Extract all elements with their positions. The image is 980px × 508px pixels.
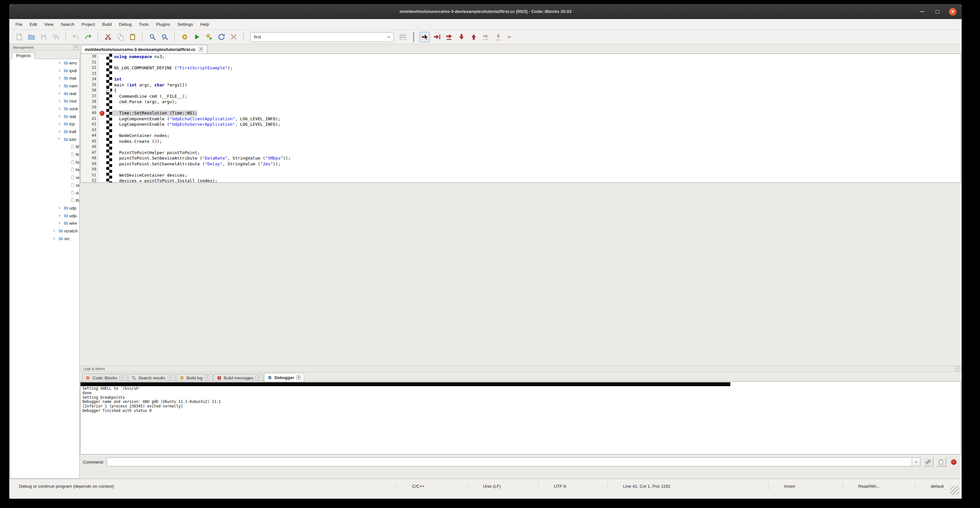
redo-button[interactable] bbox=[83, 32, 93, 42]
copy-button[interactable] bbox=[115, 32, 125, 42]
run-to-cursor-button[interactable] bbox=[432, 32, 442, 42]
code-line[interactable]: 34int bbox=[81, 76, 961, 82]
code-line[interactable]: 38 cmd.Parse (argc, argv); bbox=[81, 99, 961, 105]
tree-item-nam[interactable]: ›nam bbox=[10, 82, 79, 89]
select-target-button[interactable] bbox=[398, 32, 408, 42]
chevron-right-icon[interactable]: › bbox=[59, 113, 60, 119]
close-icon[interactable]: × bbox=[256, 376, 260, 380]
tree-item-src[interactable]: ›src bbox=[10, 235, 79, 242]
log-tab-buildlog[interactable]: Build log× bbox=[176, 374, 213, 382]
chevron-right-icon[interactable]: › bbox=[59, 105, 60, 111]
run-button[interactable] bbox=[192, 32, 202, 42]
chevron-right-icon[interactable]: › bbox=[59, 128, 60, 134]
tree-item-real[interactable]: ›real bbox=[10, 89, 79, 97]
chevron-right-icon[interactable]: › bbox=[59, 220, 60, 225]
chevron-right-icon[interactable]: › bbox=[59, 212, 60, 218]
code-line[interactable]: 50 bbox=[81, 167, 961, 172]
editor-tab[interactable]: mnt/dev/tools/source/ns-3-dev/examples/t… bbox=[81, 45, 207, 54]
build-and-run-button[interactable] bbox=[204, 32, 214, 42]
log-tab-messages[interactable]: Build messages× bbox=[213, 374, 264, 382]
tree-item-udp-[interactable]: ›udp- bbox=[10, 212, 79, 220]
command-input[interactable] bbox=[107, 457, 912, 467]
log-tab-search[interactable]: Search results× bbox=[128, 374, 175, 382]
logs-caption[interactable]: Logs & others × bbox=[80, 366, 961, 372]
menu-item-plugins[interactable]: Plugins bbox=[153, 19, 173, 30]
code-line[interactable]: 39 bbox=[81, 105, 961, 111]
menu-item-settings[interactable]: Settings bbox=[174, 19, 197, 30]
code-line[interactable]: 45 nodes.Create (2); bbox=[81, 139, 961, 144]
chevron-right-icon[interactable]: › bbox=[54, 228, 55, 233]
tree-item-stat[interactable]: ›stat bbox=[10, 113, 79, 120]
code-line[interactable]: 44 NodeContainer nodes; bbox=[81, 133, 961, 139]
save-all-button[interactable] bbox=[51, 32, 61, 42]
code-line[interactable]: 31 bbox=[81, 60, 961, 65]
log-tab-codeblocks[interactable]: Code::Blocks× bbox=[82, 374, 127, 382]
code-line[interactable]: 30using namespace ns3; bbox=[81, 54, 961, 60]
chevron-right-icon[interactable]: › bbox=[59, 60, 60, 65]
chevron-right-icon[interactable]: › bbox=[59, 90, 60, 96]
logs-close-icon[interactable]: × bbox=[955, 366, 959, 371]
build-target-combobox[interactable] bbox=[250, 32, 394, 42]
close-button[interactable]: × bbox=[949, 8, 956, 16]
step-into-button[interactable] bbox=[456, 32, 466, 42]
management-close-icon[interactable]: × bbox=[73, 45, 78, 49]
find-button[interactable] bbox=[147, 32, 158, 42]
toolbar-grip[interactable] bbox=[413, 32, 414, 42]
tree-item-tuto[interactable]: ›tuto bbox=[10, 135, 79, 143]
code-line[interactable]: 37 CommandLine cmd (__FILE__); bbox=[81, 94, 961, 99]
resize-grip[interactable] bbox=[950, 486, 959, 495]
close-icon[interactable]: × bbox=[167, 376, 172, 380]
code-line[interactable]: 35main (int argc, char *argv[]) bbox=[81, 82, 961, 88]
minimize-button[interactable] bbox=[918, 8, 926, 16]
code-line[interactable]: 47 PointToPointHelper pointToPoint; bbox=[81, 150, 961, 156]
breakpoint-icon[interactable] bbox=[100, 111, 104, 116]
tree-item-wire[interactable]: ›wire bbox=[10, 219, 79, 227]
menu-item-help[interactable]: Help bbox=[197, 19, 213, 30]
tree-item-mat[interactable]: ›mat bbox=[10, 74, 79, 82]
close-icon[interactable]: × bbox=[119, 376, 124, 380]
code-editor[interactable]: 30using namespace ns3;3132NS_LOG_COMPONE… bbox=[80, 54, 961, 183]
undo-button[interactable] bbox=[70, 32, 81, 42]
next-line-button[interactable] bbox=[444, 32, 454, 42]
tree-item-rout[interactable]: ›rout bbox=[10, 97, 79, 105]
code-line[interactable]: 49 pointToPoint.SetChannelAttribute ("De… bbox=[81, 161, 961, 167]
replace-button[interactable]: a bbox=[159, 32, 170, 42]
menu-item-edit[interactable]: Edit bbox=[26, 19, 41, 30]
tree-item-udp[interactable]: ›udp bbox=[10, 204, 79, 212]
debug-continue-button[interactable] bbox=[420, 32, 430, 42]
code-area[interactable]: 30using namespace ns3;3132NS_LOG_COMPONE… bbox=[81, 54, 961, 182]
tree-item-sock[interactable]: ›sock bbox=[10, 105, 79, 113]
window-titlebar[interactable]: mnt/dev/tools/source/ns-3-dev/examples/t… bbox=[10, 4, 962, 19]
debug-toolbar-overflow-chevron[interactable] bbox=[505, 32, 513, 42]
code-line[interactable]: 33 bbox=[81, 71, 961, 77]
tree-item-he[interactable]: he bbox=[10, 166, 79, 174]
tree-item-scratch[interactable]: ›scratch bbox=[10, 227, 79, 235]
next-instruction-button[interactable] bbox=[480, 32, 491, 42]
menu-item-search[interactable]: Search bbox=[57, 19, 78, 30]
new-file-button[interactable] bbox=[14, 32, 24, 42]
close-icon[interactable]: × bbox=[296, 375, 301, 380]
chevron-right-icon[interactable]: › bbox=[59, 83, 60, 88]
management-caption[interactable]: Management × bbox=[10, 44, 80, 51]
command-history-button[interactable] bbox=[912, 457, 920, 467]
tree-item-si[interactable]: si bbox=[10, 189, 79, 197]
editor-tab-close-icon[interactable]: × bbox=[199, 47, 203, 52]
step-out-button[interactable] bbox=[468, 32, 479, 42]
menu-item-view[interactable]: View bbox=[41, 19, 57, 30]
rebuild-button[interactable] bbox=[216, 32, 226, 42]
tree-item-se[interactable]: se bbox=[10, 181, 79, 189]
code-line[interactable]: 36{ bbox=[81, 88, 961, 94]
save-button[interactable] bbox=[38, 32, 49, 42]
step-into-instruction-button[interactable] bbox=[493, 32, 503, 42]
chevron-right-icon[interactable]: › bbox=[59, 121, 60, 126]
chevron-right-icon[interactable]: › bbox=[59, 75, 60, 80]
abort-build-button[interactable] bbox=[228, 32, 239, 42]
code-line[interactable]: 42 LogComponentEnable ("UdpEchoServerApp… bbox=[81, 121, 961, 127]
code-line[interactable]: 52 devices = pointToPoint.Install (nodes… bbox=[81, 178, 961, 183]
log-tab-debugger[interactable]: Debugger× bbox=[264, 373, 304, 382]
chevron-right-icon[interactable]: › bbox=[59, 205, 60, 210]
maximize-button[interactable] bbox=[934, 8, 941, 16]
menu-item-build[interactable]: Build bbox=[99, 19, 115, 30]
copy-log-button[interactable] bbox=[936, 457, 946, 467]
close-icon[interactable]: × bbox=[205, 376, 209, 380]
